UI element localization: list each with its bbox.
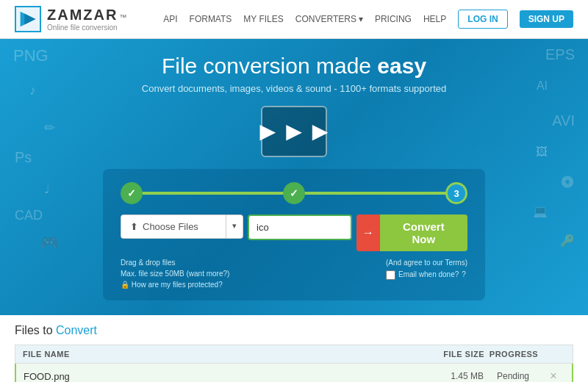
deco-cad-icon: CAD [15,208,43,223]
convert-button-wrap: → Convert Now [356,215,467,251]
header: ZAMZAR ™ Online file conversion API FORM… [0,0,588,39]
hero-title: File conversion made easy [15,54,573,79]
table-header: FILE NAME FILE SIZE PROGRESS [15,345,573,364]
email-when-done-checkbox[interactable] [386,270,395,280]
file-size: 1.45 MB [425,371,484,381]
nav-links: API FORMATS MY FILES CONVERTERS ▾ PRICIN… [163,10,573,29]
convert-now-button[interactable]: Convert Now [380,215,467,251]
terms-info: (And agree to our Terms) Email when done… [386,257,467,281]
play-arrows-icon: ►►► [255,116,334,147]
nav-help[interactable]: HELP [423,14,446,24]
logo-tm: ™ [119,13,126,21]
col-header-progress: PROGRESS [484,350,543,358]
upload-icon: ⬆ [130,221,138,232]
step1-circle: ✓ [121,182,143,204]
play-area: ►►► [15,106,573,157]
signup-button[interactable]: SIGN UP [520,10,573,28]
converters-arrow-icon: ▾ [359,14,363,24]
file-remove-button[interactable]: × [542,370,564,382]
format-selector[interactable]: ▾ [248,215,352,240]
nav-api[interactable]: API [163,14,177,24]
hero-section: PNG ♪ ✏ Ps ♩ CAD 🎮 EPS AI AVI 🖼 💿 💻 🔑 Fi… [0,39,588,315]
step3-circle: 3 [445,182,467,204]
deco-game-icon: 🎮 [40,234,59,251]
logo-subtitle: Online file conversion [47,24,126,32]
drag-drop-info: Drag & drop files Max. file size 50MB (w… [121,257,229,290]
deco-note-icon: ♩ [44,182,50,196]
nav-converters[interactable]: CONVERTERS ▾ [295,14,363,24]
right-arrow-icon: → [362,226,374,239]
deco-laptop-icon: 💻 [533,204,548,218]
hero-subtitle: Convert documents, images, videos & soun… [15,83,573,94]
steps-container: ✓ ✓ 3 ⬆ Choose Files ▾ ▾ [103,169,485,300]
choose-files-button[interactable]: ⬆ Choose Files ▾ [121,215,243,239]
file-progress: Pending [484,371,542,381]
logo-name: ZAMZAR [47,7,118,24]
col-header-name: FILE NAME [23,350,426,358]
steps-info: Drag & drop files Max. file size 50MB (w… [121,257,467,290]
choose-files-main[interactable]: ⬆ Choose Files [121,215,226,238]
deco-key-icon: 🔑 [560,234,575,248]
col-header-action [543,350,565,358]
logo-area: ZAMZAR ™ Online file conversion [15,6,126,32]
choose-dropdown-arrow[interactable]: ▾ [226,215,243,238]
table-row: FOOD.png 1.45 MB Pending × [15,364,573,382]
nav-pricing[interactable]: PRICING [375,14,412,24]
convert-arrow-indicator: → [356,215,380,251]
logo-text: ZAMZAR ™ Online file conversion [47,7,126,32]
steps-inputs: ⬆ Choose Files ▾ ▾ → Convert Now [121,215,467,251]
login-button[interactable]: LOG IN [458,10,507,29]
nav-myfiles[interactable]: MY FILES [243,14,283,24]
step2-circle: ✓ [283,182,305,204]
nav-formats[interactable]: FORMATS [190,14,232,24]
question-icon: ? [462,269,466,281]
deco-disc-icon: 💿 [560,175,575,189]
file-name: FOOD.png [24,371,425,382]
format-input[interactable] [249,216,352,239]
email-checkbox-row: Email when done? ? [386,269,467,281]
steps-bar: ✓ ✓ 3 [121,182,467,204]
files-title: Files to Convert [15,324,573,337]
col-header-size: FILE SIZE [426,350,484,358]
play-box: ►►► [261,106,327,157]
files-section: Files to Convert FILE NAME FILE SIZE PRO… [0,315,588,382]
logo-icon [15,6,41,32]
